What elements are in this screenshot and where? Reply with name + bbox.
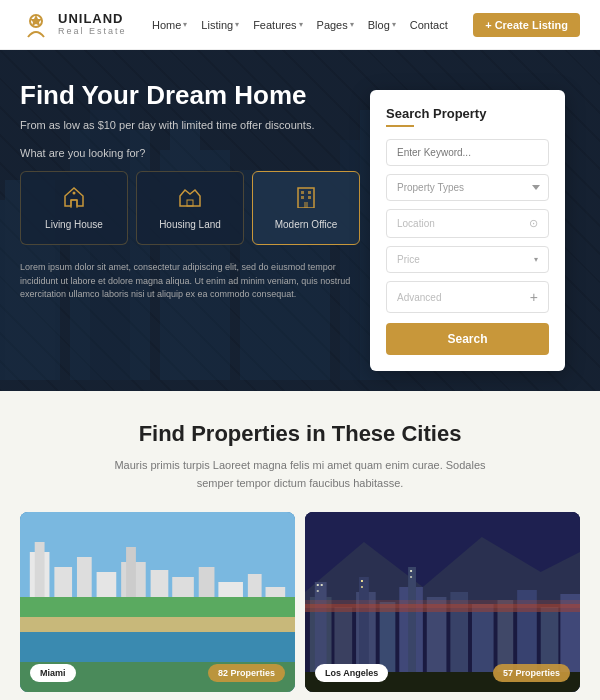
category-modern-office[interactable]: Modern Office — [252, 171, 360, 245]
hero-subtitle: From as low as $10 per day with limited … — [20, 119, 360, 131]
hero-content: Find Your Dream Home From as low as $10 … — [20, 80, 370, 302]
svg-rect-59 — [361, 586, 363, 588]
cities-section: Find Properties in These Cities Mauris p… — [0, 391, 600, 700]
create-listing-button[interactable]: + Create Listing — [473, 13, 580, 37]
chevron-down-icon: ▾ — [534, 255, 538, 264]
keyword-input[interactable] — [386, 139, 549, 166]
search-title: Search Property — [386, 106, 549, 121]
price-dropdown[interactable]: Price ▾ — [386, 246, 549, 273]
chevron-icon: ▾ — [392, 20, 396, 29]
price-label: Price — [397, 254, 420, 265]
category-cards: Living House Housing Land — [20, 171, 360, 245]
brand-sub: Real Estate — [58, 27, 127, 37]
miami-city-name: Miami — [40, 668, 66, 678]
housing-land-icon — [147, 186, 233, 213]
advanced-label: Advanced — [397, 292, 441, 303]
miami-props: 82 Properties — [208, 664, 285, 682]
la-props: 57 Properties — [493, 664, 570, 682]
location-label: Location — [397, 218, 435, 229]
chevron-icon: ▾ — [183, 20, 187, 29]
search-panel: Search Property Property Types Location … — [370, 90, 565, 371]
svg-rect-57 — [317, 590, 319, 592]
hero-title: Find Your Dream Home — [20, 80, 360, 111]
category-housing-land[interactable]: Housing Land — [136, 171, 244, 245]
logo-text: UNILAND Real Estate — [58, 12, 127, 36]
modern-office-label: Modern Office — [263, 219, 349, 230]
svg-rect-61 — [410, 576, 412, 578]
hero-question: What are you looking for? — [20, 147, 360, 159]
city-grid: Miami 82 Properties — [20, 512, 580, 692]
advanced-dropdown[interactable]: Advanced + — [386, 281, 549, 313]
living-house-label: Living House — [31, 219, 117, 230]
svg-rect-17 — [304, 202, 308, 208]
svg-rect-11 — [187, 200, 193, 206]
la-city-name: Los Angeles — [325, 668, 378, 678]
location-icon: ⊙ — [529, 217, 538, 230]
chevron-icon: ▾ — [299, 20, 303, 29]
svg-rect-15 — [301, 196, 304, 199]
hero-section: Find Your Dream Home From as low as $10 … — [0, 50, 600, 391]
cities-title: Find Properties in These Cities — [20, 421, 580, 447]
miami-badge: Miami — [30, 664, 76, 682]
property-type-select[interactable]: Property Types — [386, 174, 549, 201]
location-field[interactable]: Location ⊙ — [386, 209, 549, 238]
nav-listing[interactable]: Listing ▾ — [201, 19, 239, 31]
brand-name: UNILAND — [58, 12, 127, 26]
la-badge: Los Angeles — [315, 664, 388, 682]
svg-rect-55 — [317, 584, 319, 586]
nav-contact[interactable]: Contact — [410, 19, 448, 31]
svg-rect-56 — [321, 584, 323, 586]
svg-rect-16 — [308, 196, 311, 199]
city-card-miami[interactable]: Miami 82 Properties — [20, 512, 295, 692]
nav-blog[interactable]: Blog ▾ — [368, 19, 396, 31]
svg-rect-36 — [20, 597, 295, 617]
logo[interactable]: UNILAND Real Estate — [20, 9, 127, 41]
nav-home[interactable]: Home ▾ — [152, 19, 187, 31]
search-accent-bar — [386, 125, 414, 127]
svg-rect-60 — [410, 570, 412, 572]
city-card-la[interactable]: Los Angeles 57 Properties — [305, 512, 580, 692]
modern-office-icon — [263, 186, 349, 213]
nav-pages[interactable]: Pages ▾ — [317, 19, 354, 31]
nav-links: Home ▾ Listing ▾ Features ▾ Pages ▾ Blog… — [152, 19, 448, 31]
svg-rect-58 — [361, 580, 363, 582]
navbar: UNILAND Real Estate Home ▾ Listing ▾ Fea… — [0, 0, 600, 50]
chevron-icon: ▾ — [235, 20, 239, 29]
logo-icon — [20, 9, 52, 41]
cities-subtitle: Mauris primis turpis Laoreet magna felis… — [100, 457, 500, 492]
category-living-house[interactable]: Living House — [20, 171, 128, 245]
hero-lorem: Lorem ipsum dolor sit amet, consectetur … — [20, 261, 360, 302]
svg-rect-14 — [308, 191, 311, 194]
svg-rect-13 — [301, 191, 304, 194]
plus-icon: + — [530, 289, 538, 305]
svg-rect-66 — [305, 600, 580, 608]
chevron-icon: ▾ — [350, 20, 354, 29]
housing-land-label: Housing Land — [147, 219, 233, 230]
living-house-icon — [31, 186, 117, 213]
search-button[interactable]: Search — [386, 323, 549, 355]
svg-point-10 — [73, 192, 76, 195]
nav-features[interactable]: Features ▾ — [253, 19, 302, 31]
